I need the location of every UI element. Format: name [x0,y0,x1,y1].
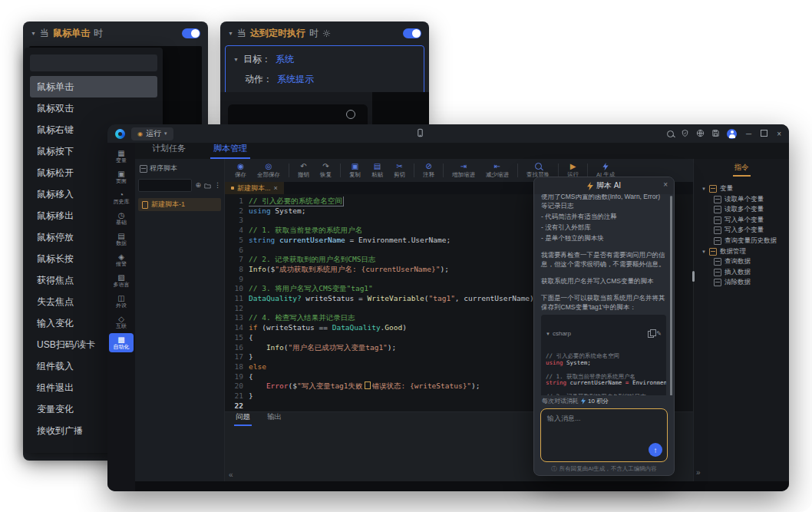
bottom-tab[interactable]: 问题 [234,412,252,426]
activity-item-language[interactable]: ▧多语言 [109,271,134,290]
close-icon[interactable]: × [663,180,668,189]
ai-panel-header[interactable]: 脚本 AI × [534,177,674,194]
tree-item[interactable]: 写入单个变量 [694,215,789,226]
info-icon: ⓘ [551,465,557,473]
indent-icon: ⇥ [460,162,467,170]
toolbar-separator [587,164,588,177]
event-type-option[interactable]: 鼠标单击 [30,76,157,97]
tree-item[interactable]: 查询数据 [694,257,789,268]
more-options-icon[interactable]: ⋮ [214,181,221,189]
script-tree-item[interactable]: 新建脚本-1 [138,198,221,211]
titlebar[interactable]: ◉ 运行 ▾ [107,124,789,143]
event-name[interactable]: 鼠标单击 [53,27,90,40]
activity-label: 变量 [116,157,127,164]
when-prefix: 当 [237,27,246,40]
tree-group[interactable]: ▼数据管理 [694,246,789,257]
nav-tab[interactable]: 计划任务 [149,143,189,159]
close-tab-icon[interactable]: × [274,184,278,192]
variables-icon: ▦ [117,149,124,157]
insert-code-icon[interactable]: ✎ [656,331,662,338]
tree-item[interactable]: 读取单个变量 [694,194,789,205]
toolbar-button-save-all[interactable]: ◎全部保存 [252,162,286,179]
user-avatar[interactable] [727,129,737,139]
send-button[interactable]: ↑ [649,443,662,457]
maximize-button[interactable] [761,130,767,138]
activity-item-history[interactable]: ◔历史库 [109,188,134,207]
save-icon: ◉ [237,162,244,170]
collapse-caret-icon[interactable]: ▼ [233,57,239,62]
tree-item[interactable]: 写入多个变量 [694,226,789,236]
timer-search-input[interactable] [228,104,368,126]
toolbar-button-comment[interactable]: ⊘注释 [418,162,440,179]
event-name[interactable]: 达到定时执行 [250,27,305,40]
activity-item-automation[interactable]: ▩自动化 [109,333,134,352]
nav-tabs: 计划任务脚本管理 [135,143,789,159]
event-enabled-toggle[interactable] [182,28,200,38]
toolbar-button-save[interactable]: ◉保存 [229,162,252,179]
line-number: 8 [225,265,243,275]
tree-item-label: 写入多个变量 [725,226,764,235]
main-window: ◉ 运行 ▾ [107,124,789,491]
tree-item[interactable]: 查询变量历史数据 [694,236,789,246]
run-mode-button[interactable]: ◉ 运行 ▾ [131,127,173,140]
shield-icon[interactable] [681,127,689,140]
bottom-tab[interactable]: 输出 [266,412,283,426]
copy-code-icon[interactable] [648,331,654,338]
tree-item[interactable]: 清除数据 [694,278,789,289]
collapse-caret-icon[interactable]: ▼ [701,187,706,191]
collapse-caret-icon[interactable]: ▼ [701,249,706,254]
activity-item-data[interactable]: ▤数据 [109,230,134,249]
code-line: string currentUserName = Environment.Use… [546,380,662,387]
action-value[interactable]: 系统提示 [277,73,314,86]
target-value[interactable]: 系统 [276,53,294,66]
toolbar-button-indent[interactable]: ⇥增加缩进 [447,162,480,179]
globe-icon[interactable] [696,127,705,140]
ai-message-input[interactable]: 输入消息... ↑ [540,408,668,462]
event-search-input[interactable] [30,55,157,71]
toolbar-button-outdent[interactable]: ⇤减少缩进 [480,162,514,179]
ai-code-block: ▼ csharp ✎ // 引入必要的系统命名空间using System; /… [541,315,666,395]
minimize-button[interactable]: ─ [746,130,751,138]
event-enabled-toggle[interactable] [403,28,421,38]
splitter-grip[interactable] [692,271,695,282]
gear-icon[interactable] [322,29,331,38]
toolbar-separator [340,164,341,177]
device-preview-icon[interactable] [416,127,424,140]
toolbar-label: 减少缩进 [486,171,509,179]
explorer-search-input[interactable] [138,179,192,192]
toolbar-button-copy[interactable]: ▣复制 [344,162,366,179]
collapse-caret-icon[interactable]: ▼ [31,31,36,36]
scrollbar[interactable] [670,196,672,395]
command-panel-tab[interactable]: 指令 [733,163,751,177]
toolbar-button-redo[interactable]: ↷恢复 [315,162,337,179]
search-icon[interactable] [667,130,674,137]
activity-item-basic[interactable]: ◷基础 [109,209,134,228]
close-button[interactable]: × [777,130,781,138]
folder-icon[interactable] [204,178,211,192]
activity-item-pages[interactable]: ▣页面 [109,167,134,187]
ai-chat-area[interactable]: 使用了CMS内置的函数(Info, Warn, Error)等记录日志- 代码简… [534,194,674,395]
activity-item-devices[interactable]: ◫外设 [109,292,134,311]
toolbar-button-cut[interactable]: ✂剪切 [388,162,411,179]
add-script-icon[interactable]: ⊕ [195,181,201,189]
collapse-caret-icon[interactable]: ▼ [546,332,550,336]
command-icon [714,237,721,245]
script-ai-panel: 脚本 AI × 使用了CMS内置的函数(Info, Warn, Error)等记… [533,177,675,476]
tree-group[interactable]: ▼变量 [694,183,789,194]
toolbar-button-paste[interactable]: ▤粘贴 [366,162,388,179]
tree-item[interactable]: 读取多个变量 [694,205,789,216]
activity-item-variables[interactable]: ▦变量 [109,147,134,166]
editor-tab[interactable]: 新建脚本... × [225,182,284,194]
outdent-icon: ⇤ [494,162,500,170]
ai-code-lines: // 引入必要的系统命名空间using System; // 1. 获取当前登录… [546,353,662,395]
collapse-right-icon[interactable]: » [696,468,701,477]
tree-item[interactable]: 插入数据 [694,267,789,278]
activity-item-alarm[interactable]: ◈报警 [109,250,134,269]
collapse-caret-icon[interactable]: ▼ [228,31,233,36]
toolbar-button-undo[interactable]: ↶撤销 [292,162,315,179]
event-type-option[interactable]: 鼠标双击 [30,97,157,119]
nav-tab[interactable]: 脚本管理 [210,143,250,159]
collapse-left-icon[interactable]: « [229,471,233,479]
activity-item-connect[interactable]: ◇互联 [109,312,134,332]
save-icon[interactable] [711,127,720,140]
